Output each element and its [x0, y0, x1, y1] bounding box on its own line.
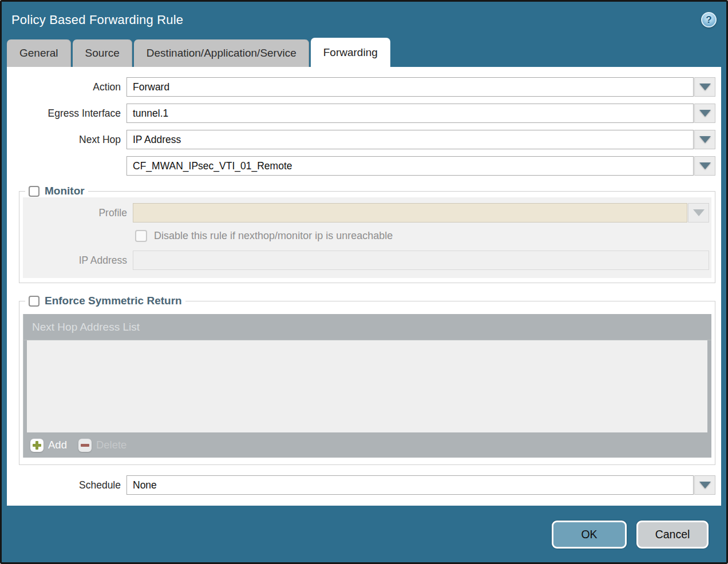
tab-destination-application-service[interactable]: Destination/Application/Service — [134, 39, 309, 67]
profile-select — [133, 203, 687, 223]
enforce-symmetric-return-title: Enforce Symmetric Return — [45, 295, 182, 307]
disable-rule-checkbox — [135, 230, 147, 242]
schedule-label: Schedule — [7, 479, 126, 491]
schedule-row: Schedule None — [7, 475, 715, 495]
monitor-checkbox[interactable] — [29, 186, 39, 197]
action-dropdown-button[interactable] — [694, 77, 715, 97]
next-hop-address-list-toolbar: Add Delete — [23, 432, 711, 458]
monitor-legend: Monitor — [25, 185, 88, 197]
schedule-dropdown-button[interactable] — [694, 475, 715, 495]
chevron-down-icon — [693, 209, 705, 216]
disable-rule-row: Disable this rule if nexthop/monitor ip … — [135, 230, 709, 242]
add-button[interactable]: Add — [30, 439, 67, 452]
help-icon[interactable]: ? — [701, 12, 717, 27]
minus-icon — [78, 439, 92, 452]
monitor-ip-address-input — [133, 251, 709, 270]
egress-interface-label: Egress Interface — [7, 108, 126, 120]
ok-button[interactable]: OK — [552, 521, 627, 549]
profile-row: Profile — [23, 203, 709, 223]
next-hop-address-list-header-label: Next Hop Address List — [32, 321, 140, 333]
cancel-button[interactable]: Cancel — [636, 521, 709, 549]
enforce-symmetric-return-checkbox[interactable] — [29, 296, 39, 307]
next-hop-address-list-table: Next Hop Address List Add Delete — [23, 314, 711, 458]
next-hop-address-select[interactable]: CF_MWAN_IPsec_VTI_01_Remote — [126, 156, 694, 176]
chevron-down-icon — [699, 110, 711, 117]
monitor-section-title: Monitor — [45, 185, 85, 197]
next-hop-type-dropdown-button[interactable] — [694, 130, 715, 149]
dialog-titlebar: Policy Based Forwarding Rule ? — [2, 2, 726, 38]
next-hop-address-list-header: Next Hop Address List — [23, 314, 711, 340]
tab-source[interactable]: Source — [73, 39, 132, 67]
forwarding-tab-panel: Action Forward Egress Interface tunnel.1… — [7, 67, 721, 506]
schedule-select[interactable]: None — [126, 475, 694, 495]
plus-icon — [30, 439, 43, 452]
chevron-down-icon — [699, 136, 711, 143]
egress-interface-row: Egress Interface tunnel.1 — [7, 104, 715, 123]
dialog-footer: OK Cancel — [2, 506, 726, 562]
monitor-ip-address-label: IP Address — [23, 255, 133, 267]
delete-button: Delete — [78, 439, 126, 452]
egress-interface-dropdown-button[interactable] — [694, 104, 715, 123]
next-hop-label: Next Hop — [7, 134, 126, 146]
monitor-body: Profile Disable this rule if nexthop/mon… — [23, 197, 711, 278]
profile-label: Profile — [23, 207, 133, 219]
add-button-label: Add — [48, 439, 67, 451]
chevron-down-icon — [699, 84, 711, 90]
monitor-ip-address-row: IP Address — [23, 251, 709, 270]
chevron-down-icon — [699, 482, 711, 488]
profile-dropdown-button — [688, 203, 709, 223]
monitor-section: Monitor Profile Disable this rule if nex… — [19, 185, 715, 283]
egress-interface-select[interactable]: tunnel.1 — [126, 104, 694, 123]
help-glyph: ? — [706, 14, 711, 26]
tab-forwarding[interactable]: Forwarding — [311, 38, 390, 67]
next-hop-address-dropdown-button[interactable] — [694, 156, 715, 176]
tab-bar: General Source Destination/Application/S… — [2, 38, 726, 67]
next-hop-type-select[interactable]: IP Address — [126, 130, 694, 149]
action-select[interactable]: Forward — [126, 77, 694, 97]
delete-button-label: Delete — [96, 439, 126, 451]
action-label: Action — [7, 81, 126, 93]
next-hop-row: Next Hop IP Address — [7, 130, 715, 149]
policy-based-forwarding-dialog: Policy Based Forwarding Rule ? General S… — [0, 0, 728, 564]
enforce-symmetric-return-section: Enforce Symmetric Return Next Hop Addres… — [19, 295, 715, 465]
enforce-symmetric-return-legend: Enforce Symmetric Return — [25, 295, 185, 307]
chevron-down-icon — [699, 162, 711, 169]
disable-rule-label: Disable this rule if nexthop/monitor ip … — [154, 230, 393, 242]
tab-general[interactable]: General — [7, 39, 71, 67]
dialog-title: Policy Based Forwarding Rule — [11, 13, 183, 27]
action-row: Action Forward — [7, 77, 715, 97]
next-hop-address-list-body[interactable] — [27, 340, 707, 432]
next-hop-address-row: CF_MWAN_IPsec_VTI_01_Remote — [7, 156, 715, 176]
